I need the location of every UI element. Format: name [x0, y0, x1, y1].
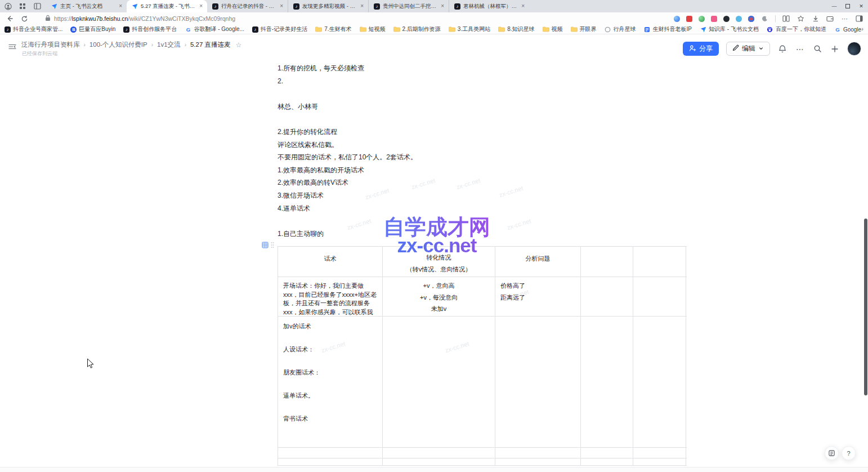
- extension-icon[interactable]: [674, 16, 680, 22]
- bookmark-item[interactable]: 短视频: [360, 25, 386, 33]
- browser-tab[interactable]: 主页 - 飞书云文档 ×: [46, 0, 127, 12]
- restore-icon[interactable]: [841, 0, 854, 12]
- back-icon[interactable]: [5, 14, 15, 24]
- extension-icon[interactable]: [736, 16, 742, 22]
- table-header-cell[interactable]: 分析问题: [495, 247, 581, 277]
- vertical-tabs-icon[interactable]: [33, 2, 42, 11]
- refresh-icon[interactable]: [19, 14, 29, 24]
- bookmark-item[interactable]: ♪抖音创作服务平台: [123, 25, 177, 33]
- bookmark-item[interactable]: ♪抖音企业号商家管...: [5, 25, 62, 33]
- github-icon[interactable]: [723, 16, 730, 22]
- create-new-icon[interactable]: [830, 44, 840, 54]
- doc-catalog-toggle-icon[interactable]: [8, 43, 17, 53]
- workspaces-icon[interactable]: [18, 2, 27, 11]
- table-header-cell[interactable]: 转化情况 （转v情况、意向情况）: [383, 247, 495, 277]
- browser-tab[interactable]: ♪ 发现更多精彩视频 - 抖音搜索 ×: [288, 0, 368, 12]
- table-cell[interactable]: [495, 317, 581, 447]
- table-cell[interactable]: [581, 277, 633, 316]
- bookmark-item[interactable]: 7.生财有术: [315, 25, 351, 33]
- star-favorite-icon[interactable]: ☆: [236, 41, 242, 49]
- split-screen-icon[interactable]: [782, 15, 790, 23]
- table-header-cell[interactable]: [581, 247, 633, 277]
- search-icon[interactable]: [812, 44, 822, 54]
- table-cell[interactable]: [581, 458, 633, 465]
- tab-close-icon[interactable]: ×: [440, 3, 445, 9]
- browser-tab[interactable]: ♪ 行舟在记录的抖音 - 抖音 ×: [207, 0, 288, 12]
- tab-close-icon[interactable]: ×: [520, 3, 526, 9]
- tab-close-icon[interactable]: ×: [198, 3, 204, 9]
- table-header-cell[interactable]: 话术: [278, 247, 383, 277]
- table-cell[interactable]: [581, 448, 633, 458]
- user-avatar[interactable]: [847, 42, 861, 56]
- tab-close-icon[interactable]: ×: [359, 3, 365, 9]
- table-cell[interactable]: [495, 458, 581, 465]
- doc-feedback-icon[interactable]: [825, 446, 839, 460]
- more-icon[interactable]: ⋯: [840, 15, 849, 23]
- help-icon[interactable]: ?: [842, 446, 856, 460]
- extension-icon[interactable]: [686, 16, 692, 22]
- bookmark-item[interactable]: G谷歌翻译 - Google...: [185, 25, 244, 33]
- edit-button[interactable]: 编辑: [726, 42, 770, 56]
- breadcrumb-item[interactable]: 1v1交流: [157, 41, 181, 49]
- tab-close-icon[interactable]: ×: [118, 3, 123, 9]
- downloads-icon[interactable]: [811, 15, 820, 23]
- share-button[interactable]: 分享: [683, 42, 719, 56]
- table-cell[interactable]: [495, 448, 581, 458]
- bookmark-item[interactable]: 2.后期制作资源: [393, 25, 441, 33]
- close-icon[interactable]: ✕: [854, 0, 868, 12]
- table-header-cell[interactable]: [633, 247, 686, 277]
- table-cell[interactable]: [633, 448, 686, 458]
- bookmark-item[interactable]: ♪抖音-记录美好生活: [252, 25, 307, 33]
- browser-tab-active[interactable]: 5.27 直播连麦 - 飞书云文档 ×: [127, 0, 207, 12]
- table-cell[interactable]: [383, 448, 495, 458]
- tab-close-icon[interactable]: ×: [279, 3, 284, 9]
- breadcrumb-current[interactable]: 5.27 直播连麦: [190, 41, 231, 49]
- sidebar-panel-icon[interactable]: [855, 15, 863, 23]
- table-cell[interactable]: [581, 317, 633, 447]
- table-cell[interactable]: [633, 277, 686, 316]
- wallet-icon[interactable]: [826, 15, 834, 23]
- extension-icon[interactable]: [748, 16, 754, 22]
- bookmark-item[interactable]: 开眼界: [571, 25, 597, 33]
- browser-tab[interactable]: ♪ 贵州中达同创二手挖机的抖音 - ×: [368, 0, 449, 12]
- table-select-icon[interactable]: [262, 241, 269, 251]
- bookmark-item[interactable]: 3.工具类网站: [449, 25, 490, 33]
- bookmark-item[interactable]: 行舟星球: [605, 25, 636, 33]
- favorites-icon[interactable]: [797, 15, 805, 23]
- bookmark-item[interactable]: B巨量百应Buyin: [70, 25, 115, 33]
- notifications-bell-icon[interactable]: [777, 44, 788, 54]
- bookmark-item[interactable]: 生财抖音老板IP: [644, 25, 692, 33]
- drag-handle-icon[interactable]: [270, 241, 275, 251]
- bookmark-item[interactable]: 百度一下，你就知道: [767, 25, 826, 33]
- extension-icon[interactable]: [760, 15, 769, 23]
- table-cell[interactable]: [278, 448, 383, 458]
- bookmark-item[interactable]: GGoogle: [834, 26, 861, 33]
- table-cell[interactable]: [633, 458, 686, 465]
- breadcrumb: 泛海行舟项目资料库› 100-个人知识付费IP› 1v1交流› 5.27 直播连…: [21, 41, 241, 49]
- folder-icon: [315, 26, 322, 33]
- table-cell[interactable]: 加v的话术 人设话术： 朋友圈话术： 逼单话术。 背书话术: [278, 317, 383, 447]
- more-actions-icon[interactable]: ⋯: [795, 44, 805, 54]
- extension-icon[interactable]: [711, 16, 717, 22]
- address-bar[interactable]: https://lspknkwu7b.feishu.cn/wiki/CZ1YwN…: [45, 15, 235, 23]
- vertical-scrollbar[interactable]: [864, 219, 867, 395]
- browser-tab[interactable]: ♪ 君林机械（林根军）的抖音 - 抖 ×: [449, 0, 529, 12]
- table-cell[interactable]: [278, 458, 383, 465]
- breadcrumb-item[interactable]: 泛海行舟项目资料库: [21, 41, 80, 49]
- bookmark-item[interactable]: 视频: [543, 25, 563, 33]
- breadcrumb-item[interactable]: 100-个人知识付费IP: [90, 41, 147, 49]
- table-cell[interactable]: +v，意向高 +v，每没意向 未加v: [383, 277, 495, 316]
- table-cell[interactable]: [633, 317, 686, 447]
- feishu-icon: [51, 3, 57, 10]
- table-cell[interactable]: 价格高了 距离远了: [495, 277, 581, 316]
- bookmark-item[interactable]: 8.知识星球: [498, 25, 534, 33]
- extension-icon[interactable]: [699, 16, 705, 22]
- table-cell[interactable]: [383, 317, 495, 447]
- save-status: 已经保存到云端: [22, 50, 57, 57]
- table-cell[interactable]: [383, 458, 495, 465]
- browser-profile-icon[interactable]: [3, 2, 12, 11]
- bookmark-item[interactable]: 知识库 - 飞书云文档: [700, 25, 759, 33]
- minimize-icon[interactable]: —: [827, 0, 841, 12]
- bookmarks-overflow-chevron[interactable]: ›: [861, 25, 863, 32]
- table-cell[interactable]: 开场话术：你好，我们主要做xxx，目前已经服务了xxxx+地区老板，并且还有一整…: [278, 277, 383, 316]
